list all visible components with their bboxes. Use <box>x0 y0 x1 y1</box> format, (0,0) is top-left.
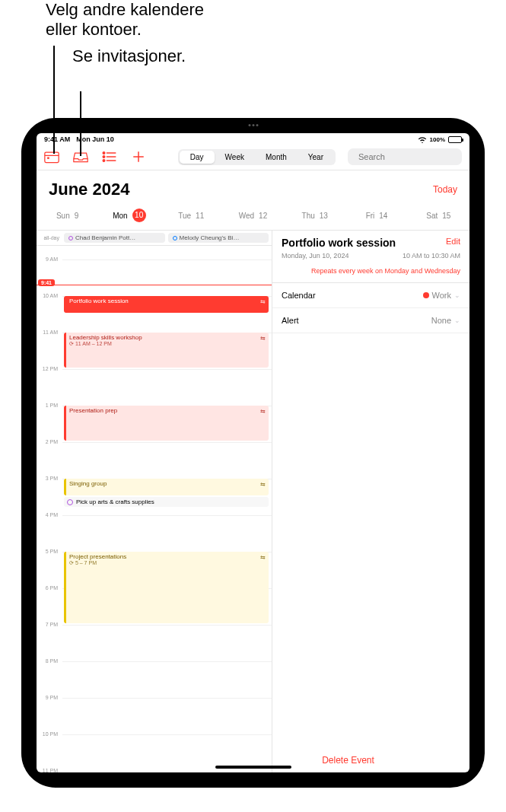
svg-point-6 <box>103 152 105 154</box>
callout-calendars-line1: Velg andre kalendere <box>46 0 204 19</box>
calendar-event[interactable]: Leadership skills workshop⟳ 11 AM – 12 P… <box>64 333 269 368</box>
reminder-item[interactable]: Pick up arts & crafts supplies <box>64 497 269 507</box>
day-name: Tue <box>178 212 191 220</box>
event-detail-time: 10 AM to 10:30 AM <box>403 252 460 260</box>
view-week[interactable]: Week <box>215 151 255 164</box>
day-number: 13 <box>320 212 328 220</box>
hour-label: 11 AM <box>37 330 61 335</box>
all-day-row: all-day Chad Benjamin Pott… Melody Cheun… <box>37 231 272 246</box>
event-title: Leadership skills workshop <box>69 334 266 341</box>
day-header[interactable]: Wed 12 <box>222 209 284 222</box>
calendar-color-dot <box>423 292 429 298</box>
calendar-event[interactable]: Portfolio work session⇆ <box>64 296 269 313</box>
view-month[interactable]: Month <box>255 151 298 164</box>
callout-leader-2 <box>80 91 81 156</box>
hour-gridline <box>62 698 272 699</box>
repeat-icon: ⇆ <box>260 554 266 561</box>
search-bar[interactable] <box>348 148 462 165</box>
view-year[interactable]: Year <box>298 151 334 164</box>
day-name: Thu <box>302 212 315 220</box>
search-input[interactable] <box>358 152 463 161</box>
home-indicator[interactable] <box>215 766 291 769</box>
hour-label: 1 PM <box>37 403 61 408</box>
event-dot-purple <box>68 236 73 240</box>
status-time: 9:41 AM <box>44 135 70 143</box>
day-header[interactable]: Sat 15 <box>408 209 469 222</box>
alert-label: Alert <box>282 316 299 325</box>
repeat-icon: ⇆ <box>260 298 266 305</box>
callout-invitations: Se invitasjoner. <box>72 46 186 65</box>
event-title: Presentation prep <box>69 407 266 414</box>
day-header[interactable]: Mon 10 <box>98 209 160 222</box>
hour-label: 9 AM <box>37 256 61 262</box>
event-detail-title: Portfolio work session <box>282 237 396 249</box>
add-icon[interactable] <box>131 150 146 164</box>
hour-gridline <box>62 734 272 735</box>
alert-row[interactable]: Alert None ⌄ <box>272 308 469 333</box>
repeat-icon: ⇆ <box>260 335 266 342</box>
chevron-icon: ⌄ <box>454 317 460 324</box>
event-title: Portfolio work session <box>69 298 266 304</box>
event-title: Singing group <box>69 480 266 487</box>
event-subtitle: ⟳ 5 – 7 PM <box>69 560 266 566</box>
reminder-circle-icon[interactable] <box>67 499 73 505</box>
calendar-event[interactable]: Project presentations⟳ 5 – 7 PM⇆ <box>64 552 269 623</box>
view-day[interactable]: Day <box>180 151 215 164</box>
today-button[interactable]: Today <box>433 184 457 195</box>
day-number: 12 <box>259 212 267 220</box>
svg-rect-0 <box>45 152 59 162</box>
hour-gridline <box>62 661 272 662</box>
hour-gridline <box>62 442 272 443</box>
day-name: Sat <box>426 212 438 220</box>
calendar-event[interactable]: Presentation prep⇆ <box>64 406 269 441</box>
day-number: 14 <box>379 212 387 220</box>
view-segment-control[interactable]: Day Week Month Year <box>178 149 336 165</box>
all-day-label: all-day <box>40 235 61 240</box>
hour-label: 10 AM <box>37 293 61 298</box>
calendar-event[interactable]: Singing group⇆ <box>64 479 269 495</box>
toolbar: Day Week Month Year <box>37 145 469 170</box>
battery-icon <box>448 136 462 143</box>
hour-gridline <box>62 260 272 260</box>
list-icon[interactable] <box>102 150 117 164</box>
repeat-icon: ⇆ <box>260 481 266 488</box>
event-dot-blue <box>173 236 177 240</box>
svg-point-8 <box>103 160 105 162</box>
edit-button[interactable]: Edit <box>446 237 460 246</box>
now-time-badge: 9:41 <box>38 279 55 286</box>
hour-label: 8 PM <box>37 658 61 664</box>
day-name: Mon <box>113 212 127 220</box>
svg-rect-2 <box>47 157 49 159</box>
event-subtitle: ⟳ 11 AM – 12 PM <box>69 341 266 347</box>
calendar-value: Work <box>432 291 451 300</box>
hour-label: 12 PM <box>37 366 61 371</box>
timeline[interactable]: 9 AM10 AM11 AM12 PM1 PM2 PM3 PM4 PM5 PM6… <box>37 246 272 772</box>
event-detail-date: Monday, Jun 10, 2024 <box>282 252 348 260</box>
delete-event-button[interactable]: Delete Event <box>253 755 444 766</box>
allday-event[interactable]: Melody Cheung's Bi… <box>168 233 269 243</box>
ipad-frame: 9:41 AM Mon Jun 10 100% Day Week Month <box>21 118 485 788</box>
hour-label: 6 PM <box>37 585 61 591</box>
day-headers: Sun 9Mon 10Tue 11Wed 12Thu 13Fri 14Sat 1… <box>37 202 469 231</box>
calendar-row[interactable]: Calendar Work ⌄ <box>272 283 469 308</box>
day-header[interactable]: Thu 13 <box>284 209 345 222</box>
allday-event[interactable]: Chad Benjamin Pott… <box>64 233 165 243</box>
day-header[interactable]: Fri 14 <box>345 209 407 222</box>
hour-gridline <box>62 369 272 370</box>
hour-label: 7 PM <box>37 622 61 627</box>
callout-leader-1 <box>53 46 55 154</box>
hour-gridline <box>62 625 272 626</box>
month-title: June 2024 <box>49 180 129 199</box>
event-detail-repeat: Repeats every week on Monday and Wednesd… <box>272 267 469 283</box>
day-number: 9 <box>75 212 79 220</box>
hour-label: 5 PM <box>37 549 61 554</box>
day-name: Fri <box>366 212 375 220</box>
allday-event-title: Melody Cheung's Bi… <box>180 234 240 241</box>
day-name: Sun <box>56 212 70 220</box>
day-header[interactable]: Sun 9 <box>37 209 98 222</box>
hour-label: 9 PM <box>37 695 61 700</box>
status-bar: 9:41 AM Mon Jun 10 100% <box>37 133 469 145</box>
day-header[interactable]: Tue 11 <box>161 209 222 222</box>
calendars-icon[interactable] <box>44 150 59 164</box>
repeat-icon: ⇆ <box>260 408 266 415</box>
